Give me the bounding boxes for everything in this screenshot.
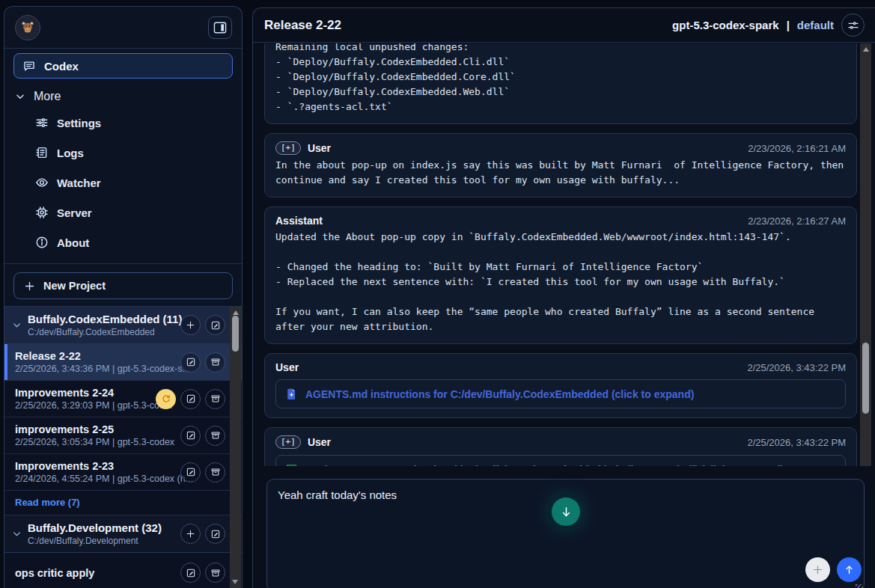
edit-session-button[interactable] <box>180 352 201 373</box>
session-meta: 2/25/2026, 3:43:36 PM | gpt-5.3-codex-s.… <box>15 364 174 374</box>
chat-bubble-icon <box>22 59 36 73</box>
chat-panel: Release 2-22 gpt-5.3-codex-spark | defau… <box>252 7 875 588</box>
document-icon <box>285 388 298 400</box>
session-text: ops critic apply <box>15 567 174 579</box>
expand-badge[interactable]: [+] <box>275 435 301 449</box>
agents-md-attachment[interactable]: AGENTS.md instructions for C:/dev/Buffal… <box>275 379 846 408</box>
arrow-up-icon <box>844 564 855 575</box>
send-button[interactable] <box>837 557 862 582</box>
sidebar-item-server[interactable]: Server <box>4 197 242 227</box>
panel-split-icon <box>213 22 227 34</box>
project-group-development[interactable]: Buffaly.Development (32) C:/dev/Buffaly.… <box>4 515 242 553</box>
edit-session-button[interactable] <box>180 389 201 409</box>
new-project-label: New Project <box>43 280 106 292</box>
busy-spinner-icon <box>156 389 176 409</box>
chevron-down-icon[interactable] <box>12 320 22 330</box>
session-actions <box>180 352 225 373</box>
session-meta: 2/24/2026, 4:55:24 PM | gpt-5.3-codex (h… <box>15 474 174 484</box>
message-input[interactable]: Yeah craft today's notes <box>266 479 865 588</box>
chat-scrollbar[interactable] <box>860 43 871 466</box>
group-actions <box>180 524 225 544</box>
expand-badge[interactable]: [+] <box>275 141 301 155</box>
session-row-improvements-2-23[interactable]: Improvements 2-23 2/24/2026, 4:55:24 PM … <box>4 454 242 491</box>
message-list[interactable]: Remaining local unpushed changes: - `Dep… <box>253 43 859 466</box>
buffalo-logo-icon[interactable] <box>15 15 40 40</box>
message-user-1: [+] User 2/23/2026, 2:16:21 AM In the ab… <box>264 133 857 197</box>
session-text: Improvements 2-23 2/24/2026, 4:55:24 PM … <box>15 460 174 484</box>
session-row-ops-critic-apply[interactable]: ops critic apply <box>4 553 242 588</box>
session-meta: 2/25/2026, 3:05:34 PM | gpt-5.3-codex <box>15 437 174 447</box>
session-title: Improvements 2-24 <box>15 387 150 399</box>
sliders-icon <box>847 19 859 31</box>
session-settings-button[interactable] <box>841 13 865 37</box>
sidebar-item-logs[interactable]: Logs <box>4 138 242 168</box>
project-list-scrollbar[interactable] <box>230 307 241 588</box>
attachment-label: AGENTS.md instructions for C:/dev/Buffal… <box>305 388 694 400</box>
session-actions <box>180 563 225 583</box>
edit-session-button[interactable] <box>180 563 201 583</box>
role-name: User <box>308 436 331 448</box>
session-title: Improvements 2-23 <box>15 460 174 472</box>
message-user-3: [+] User 2/25/2026, 3:43:22 PM Environme… <box>264 427 857 466</box>
project-group-codexembedded[interactable]: Buffaly.CodexEmbedded (11) C:/dev/Buffal… <box>4 307 242 344</box>
app-root: Codex More Settings <box>0 0 875 588</box>
archive-session-button[interactable] <box>205 563 225 583</box>
session-row-improvements-2-25[interactable]: improvements 2-25 2/25/2026, 3:05:34 PM … <box>4 417 242 454</box>
sidebar-item-codex-label: Codex <box>44 60 79 73</box>
model-info: gpt-5.3-codex-spark | default <box>672 13 865 37</box>
archive-session-button[interactable] <box>205 389 225 409</box>
message-body: In the about pop-up on index.js say this… <box>275 158 846 188</box>
session-actions <box>180 462 225 483</box>
scroll-up-arrow[interactable] <box>863 47 869 52</box>
message-header: User 2/25/2026, 3:43:22 PM <box>275 361 846 373</box>
session-meta: 2/25/2026, 3:29:03 PM | gpt-5.3-cod... <box>15 400 150 411</box>
new-project-button[interactable]: New Project <box>13 272 233 299</box>
sidebar-divider <box>4 263 242 264</box>
sidebar-item-codex[interactable]: Codex <box>13 53 233 79</box>
session-row-release-2-22[interactable]: Release 2-22 2/25/2026, 3:43:36 PM | gpt… <box>4 344 242 381</box>
add-session-button[interactable] <box>180 315 201 335</box>
session-text: improvements 2-25 2/25/2026, 3:05:34 PM … <box>15 423 174 447</box>
sliders-icon <box>35 116 49 129</box>
page-title: Release 2-22 <box>264 18 341 33</box>
read-more-link[interactable]: Read more (7) <box>4 491 242 515</box>
sidebar-more-toggle[interactable]: More <box>15 90 231 103</box>
edit-session-button[interactable] <box>180 426 201 446</box>
message-user-2: User 2/25/2026, 3:43:22 PM AGENTS.md ins… <box>264 353 857 418</box>
scroll-down-arrow[interactable] <box>232 580 238 584</box>
session-title: Release 2-22 <box>15 350 174 362</box>
scrollbar-thumb[interactable] <box>862 343 869 414</box>
archive-session-button[interactable] <box>205 352 225 373</box>
session-actions <box>156 389 225 409</box>
edit-project-button[interactable] <box>205 524 225 544</box>
archive-session-button[interactable] <box>205 426 225 446</box>
session-title: improvements 2-25 <box>15 423 174 435</box>
textarea-resize-handle[interactable] <box>856 584 863 588</box>
scroll-up-arrow[interactable] <box>233 310 239 315</box>
project-group-path: C:/dev/Buffaly.Development <box>28 536 168 546</box>
sidebar-item-settings[interactable]: Settings <box>4 108 242 138</box>
scroll-to-bottom-button[interactable] <box>552 497 580 526</box>
project-group-name: Buffaly.CodexEmbedded (11) <box>28 313 168 325</box>
message-timestamp: 2/23/2026, 2:16:21 AM <box>748 143 846 154</box>
edit-project-button[interactable] <box>205 315 225 335</box>
edit-session-button[interactable] <box>180 462 201 483</box>
sidebar-collapse-button[interactable] <box>208 16 232 39</box>
environment-context-attachment[interactable]: Environment context (cwd: C:/dev/Buffaly… <box>275 455 846 466</box>
add-attachment-button[interactable] <box>805 557 830 582</box>
role-name: Assistant <box>275 215 323 227</box>
project-group-path: C:/dev/Buffaly.CodexEmbedded <box>28 327 168 337</box>
sidebar-item-about-label: About <box>57 236 89 249</box>
role-name: User <box>308 142 331 154</box>
session-row-improvements-2-24[interactable]: Improvements 2-24 2/25/2026, 3:29:03 PM … <box>4 381 242 417</box>
add-session-button[interactable] <box>180 524 201 544</box>
scrollbar-thumb[interactable] <box>232 316 239 352</box>
sidebar-item-watcher[interactable]: Watcher <box>4 168 242 197</box>
sidebar: Codex More Settings <box>4 6 243 588</box>
chevron-down-icon[interactable] <box>12 529 22 539</box>
sidebar-divider <box>4 48 242 49</box>
message-body: Updated the About pop-up copy in `Buffal… <box>275 230 846 334</box>
sidebar-item-about[interactable]: About <box>4 227 242 257</box>
archive-session-button[interactable] <box>205 462 225 483</box>
group-actions <box>180 315 225 335</box>
